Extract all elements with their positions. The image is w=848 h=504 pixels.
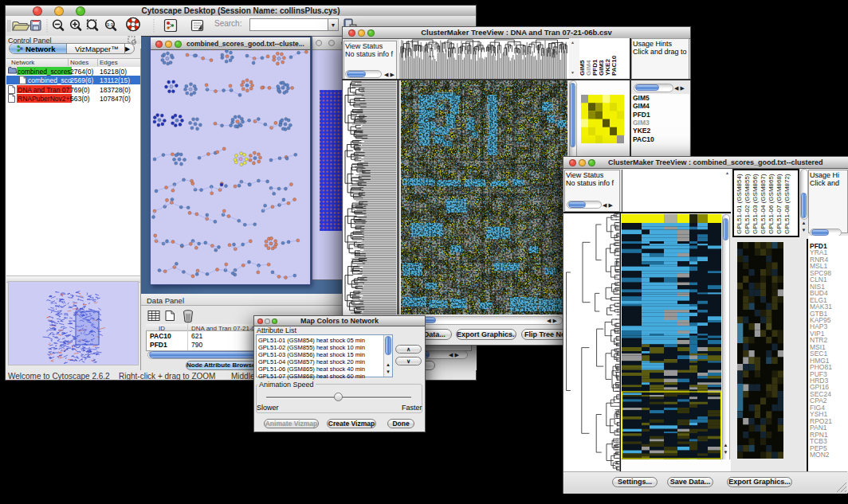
svg-text:1:1: 1:1 bbox=[107, 22, 113, 27]
